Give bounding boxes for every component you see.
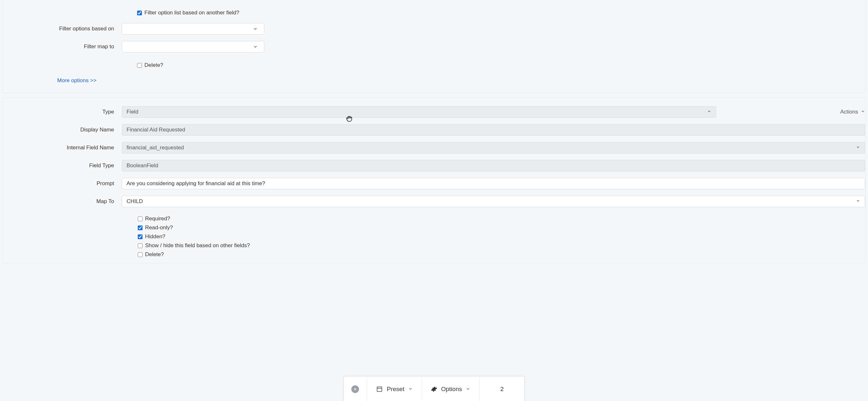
display-name-label: Display Name	[3, 126, 122, 133]
preset-label: Preset	[387, 385, 404, 393]
internal-name-value: financial_aid_requested	[127, 145, 184, 151]
chevron-down-icon	[856, 198, 860, 205]
toolbar-close-button[interactable]	[344, 376, 367, 401]
type-label: Type	[3, 109, 122, 115]
delete-label-bottom: Delete?	[145, 251, 164, 258]
field-type-input[interactable]	[122, 160, 865, 171]
chevron-down-icon	[466, 385, 470, 393]
toolbar-options-button[interactable]: Options	[422, 376, 479, 401]
display-name-input[interactable]	[122, 124, 865, 136]
prompt-input[interactable]	[122, 178, 865, 189]
actions-menu[interactable]: Actions	[840, 109, 865, 115]
chevron-down-icon	[861, 109, 865, 115]
filter-map-to-label: Filter map to	[3, 44, 122, 50]
svg-rect-2	[377, 387, 382, 392]
prompt-label: Prompt	[3, 180, 122, 187]
type-value: Field	[127, 109, 138, 115]
readonly-label: Read-only?	[145, 225, 173, 231]
map-to-select[interactable]: CHILD	[122, 196, 865, 207]
options-label: Options	[441, 385, 462, 393]
floating-toolbar: Preset Options 2	[343, 376, 524, 401]
type-select[interactable]: Field	[122, 106, 716, 118]
filter-option-list-label: Filter option list based on another fiel…	[145, 9, 239, 16]
more-options-link[interactable]: More options >>	[57, 77, 96, 83]
chevron-down-icon	[856, 145, 860, 151]
field-type-label: Field Type	[3, 163, 122, 169]
toolbar-preset-button[interactable]: Preset	[367, 376, 422, 401]
showhide-label: Show / hide this field based on other fi…	[145, 242, 250, 249]
close-icon	[351, 385, 359, 393]
filter-option-list-checkbox[interactable]	[137, 10, 142, 16]
readonly-checkbox[interactable]	[138, 225, 143, 230]
filter-options-based-on-select[interactable]	[122, 23, 264, 34]
preset-icon	[376, 385, 383, 393]
toolbar-count: 2	[480, 376, 524, 401]
required-checkbox[interactable]	[138, 217, 143, 221]
internal-name-label: Internal Field Name	[3, 145, 122, 151]
hidden-label: Hidden?	[145, 233, 165, 240]
chevron-down-icon	[408, 385, 412, 393]
showhide-checkbox[interactable]	[138, 244, 143, 248]
delete-checkbox-bottom[interactable]	[138, 252, 143, 257]
actions-label: Actions	[840, 109, 858, 115]
filter-map-to-select[interactable]	[122, 41, 264, 52]
delete-label-top: Delete?	[145, 62, 163, 68]
map-to-label: Map To	[3, 198, 122, 205]
field-config-card: Type Field Actions Display Name	[3, 97, 865, 263]
chevron-down-icon	[707, 109, 711, 115]
delete-checkbox-top[interactable]	[137, 63, 142, 68]
field-options-card-top: Filter option list based on another fiel…	[3, 0, 865, 93]
map-to-value: CHILD	[127, 198, 143, 205]
gear-icon	[431, 386, 437, 392]
toolbar-count-value: 2	[500, 385, 504, 393]
hidden-checkbox[interactable]	[138, 234, 143, 239]
internal-name-select[interactable]: financial_aid_requested	[122, 142, 865, 153]
required-label: Required?	[145, 216, 170, 222]
filter-options-based-on-label: Filter options based on	[3, 26, 122, 32]
